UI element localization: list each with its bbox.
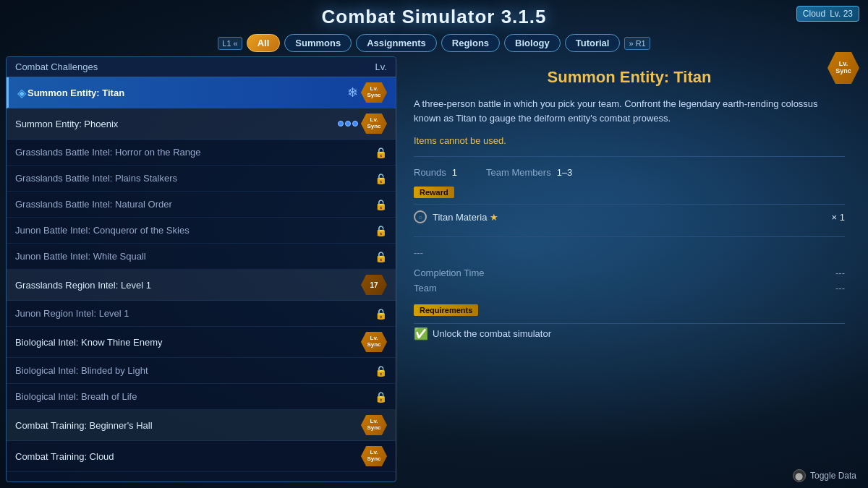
detail-panel: Summon Entity: Titan A three-person batt… [396,56,862,482]
list-item[interactable]: ◈ Summon Entity: Titan ❄ Lv.Sync [7,77,396,108]
list-header: Combat Challenges Lv. [7,57,396,77]
detail-description: A three-person battle in which you pick … [414,97,845,125]
lock-icon: 🔒 [375,173,387,184]
divider [414,236,845,237]
row-right: 🔒 [375,365,387,377]
divider [414,156,845,157]
level-badge: 17 [361,275,387,295]
challenge-name: Combat Training: Beginner's Hall [15,420,361,431]
lv-sync-badge: Lv.Sync [361,82,387,103]
lock-icon: 🔒 [375,365,387,377]
tab-biology[interactable]: Biology [504,34,561,52]
app-title: Combat Simulator 3.1.5 [322,6,547,27]
challenge-name: Grasslands Battle Intel: Plains Stalkers [15,173,375,184]
challenge-name: Summon Entity: Phoenix [15,119,338,129]
selected-indicator: ◈ [17,86,26,100]
lv-sync-badge: Lv.Sync [361,415,387,435]
header: Combat Simulator 3.1.5 Cloud Lv. 23 [0,0,868,31]
reward-star: ★ [490,212,498,223]
list-item[interactable]: Summon Entity: Phoenix Lv.Sync [7,108,396,140]
tab-summons[interactable]: Summons [284,34,352,52]
list-item[interactable]: Junon Battle Intel: White Squall 🔒 [7,244,396,270]
list-item[interactable]: Combat Training: Beginner's Hall Lv.Sync [7,410,396,441]
detail-warning: Items cannot be used. [414,135,845,146]
challenge-list[interactable]: ◈ Summon Entity: Titan ❄ Lv.Sync Summon … [7,77,396,481]
tab-regions[interactable]: Regions [441,34,500,52]
row-right: Lv.Sync [361,446,387,466]
list-item[interactable]: Junon Region Intel: Level 1 🔒 [7,301,396,327]
challenge-name: Grasslands Battle Intel: Natural Order [15,199,375,210]
list-item[interactable]: Combat Training: Cloud Lv.Sync [7,441,396,472]
challenge-name: Biological Intel: Breath of Life [15,391,375,402]
row-right: 🔒 [375,225,387,236]
list-item[interactable]: Biological Intel: Blinded by Light 🔒 [7,358,396,384]
team-label2: Team [414,283,437,294]
lock-icon: 🔒 [375,391,387,403]
challenge-name: Combat Training: Cloud [15,451,361,462]
lv-sync-badge: Lv.Sync [361,446,387,466]
row-right: 17 [361,275,387,295]
reward-icon: ○ [414,210,427,223]
challenge-name: Junon Region Intel: Level 1 [15,308,375,319]
content-area: Combat Challenges Lv. ◈ Summon Entity: T… [0,56,868,488]
col-challenges: Combat Challenges [15,61,98,72]
row-right: 🔒 [375,199,387,210]
check-icon: ✅ [414,327,428,341]
materia-dot [345,121,351,127]
req-text: Unlock the combat simulator [433,328,551,339]
tab-all[interactable]: All [247,34,281,52]
completion-time-label: Completion Time [414,267,485,278]
list-item[interactable]: Grasslands Region Intel: Level 1 17 [7,270,396,301]
list-item[interactable]: Grasslands Battle Intel: Plains Stalkers… [7,166,396,192]
reward-row: ○ Titan Materia ★ × 1 [414,207,845,226]
list-item[interactable]: Biological Intel: Know Thine Enemy Lv.Sy… [7,327,396,358]
challenge-name: Grasslands Battle Intel: Horror on the R… [15,147,375,158]
list-item[interactable]: Grasslands Battle Intel: Natural Order 🔒 [7,192,396,218]
completion-time-value: --- [835,267,845,278]
list-item[interactable]: Junon Battle Intel: Conqueror of the Ski… [7,218,396,244]
row-right: 🔒 [375,173,387,184]
row-right: 🔒 [375,391,387,403]
challenge-name: Grasslands Region Intel: Level 1 [15,280,361,291]
list-item[interactable]: Biological Intel: Breath of Life 🔒 [7,384,396,410]
summon-icon: ❄ [347,85,358,100]
tab-assignments[interactable]: Assignments [356,34,437,52]
row-right: 🔒 [375,308,387,320]
separator-dashes: --- [414,247,845,258]
lv-sync-badge: Lv.Sync [361,114,387,134]
row-right: Lv.Sync [361,415,387,435]
materia-group [338,121,358,127]
challenge-name: Biological Intel: Blinded by Light [15,365,375,376]
materia-dot [352,121,358,127]
requirements-section: Requirements ✅ Unlock the combat simulat… [414,303,845,341]
lock-icon: 🔒 [375,251,387,262]
reward-name: Titan Materia ★ [433,212,498,223]
rounds-value: 1 [452,167,457,178]
player-badge: Cloud Lv. 23 [796,6,859,22]
team-value: 1–3 [557,167,573,178]
reward-section: Reward ○ Titan Materia ★ × 1 [414,185,845,226]
player-level: Lv. 23 [830,9,853,19]
nav-bar: L1 « All Summons Assignments Regions Bio… [0,31,868,56]
lock-icon: 🔒 [375,147,387,158]
tab-tutorial[interactable]: Tutorial [565,34,621,52]
rounds-stat: Rounds 1 [414,167,457,178]
completion-section: Completion Time --- Team --- [414,265,845,296]
lv-sync-corner-badge: Lv.Sync [827,52,859,84]
right-trigger: » R1 [624,37,650,50]
challenge-name: Biological Intel: Know Thine Enemy [15,337,361,348]
divider [414,323,845,324]
rounds-label: Rounds [414,167,446,178]
lv-sync-hex: Lv.Sync [827,52,859,84]
reward-label: Reward [414,187,454,198]
list-item[interactable]: Grasslands Battle Intel: Horror on the R… [7,140,396,166]
req-item: ✅ Unlock the combat simulator [414,327,845,341]
stats-row: Rounds 1 Team Members 1–3 [414,167,845,178]
challenge-name: Summon Entity: Titan [27,87,347,98]
materia-dot [338,121,344,127]
team-row: Team --- [414,281,845,296]
lock-icon: 🔒 [375,199,387,210]
challenge-name: Junon Battle Intel: White Squall [15,251,375,262]
player-name: Cloud [803,9,825,19]
divider [414,204,845,205]
